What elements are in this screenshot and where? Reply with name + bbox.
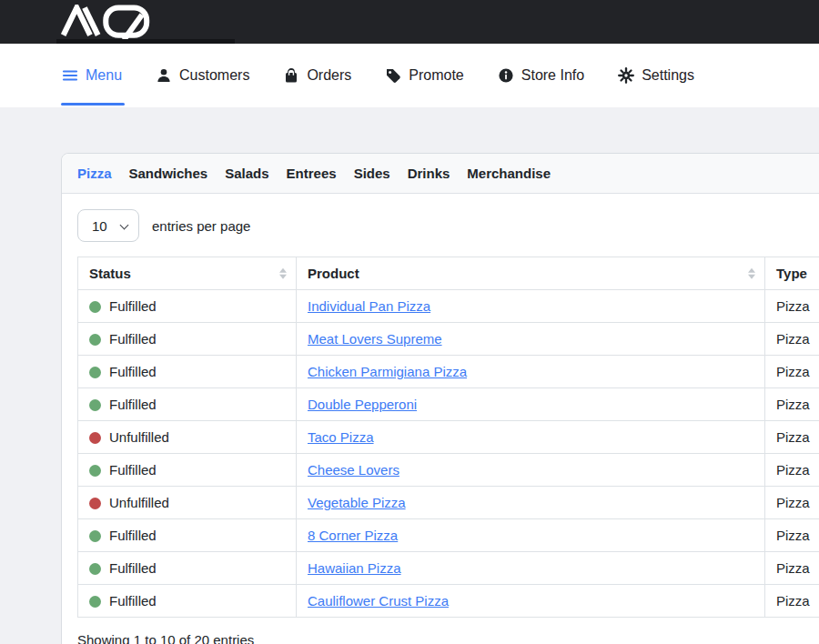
status-dot-icon (89, 530, 101, 542)
category-tab-sides[interactable]: Sides (354, 166, 390, 181)
type-cell: Pizza (765, 323, 819, 356)
category-tab-salads[interactable]: Salads (225, 166, 268, 181)
top-brand-bar (0, 0, 819, 44)
table-row: Fulfilled 8 Corner Pizza Pizza (78, 519, 819, 552)
nav-item-promote[interactable]: Promote (385, 44, 463, 107)
table-summary: Showing 1 to 10 of 20 entries (77, 632, 819, 644)
product-cell: Taco Pizza (297, 421, 765, 454)
product-cell: Double Pepperoni (297, 388, 765, 421)
category-tab-merchandise[interactable]: Merchandise (467, 166, 551, 181)
type-cell: Pizza (765, 388, 819, 421)
product-link[interactable]: Taco Pizza (308, 429, 374, 445)
person-icon (156, 67, 172, 84)
status-cell: Fulfilled (78, 388, 297, 421)
status-cell: Unfulfilled (78, 421, 297, 454)
table-header-row: Status Product Type (78, 257, 819, 290)
status-cell: Fulfilled (78, 552, 297, 585)
table-row: Fulfilled Meat Lovers Supreme Pizza (78, 323, 819, 356)
column-header-status[interactable]: Status (78, 257, 297, 290)
category-tab-drinks[interactable]: Drinks (408, 166, 450, 181)
active-tab-underline (61, 103, 125, 106)
nav-item-store-info[interactable]: Store Info (498, 44, 584, 107)
product-link[interactable]: Individual Pan Pizza (308, 298, 430, 314)
nav-label: Settings (642, 67, 694, 84)
hamburger-icon (62, 67, 78, 84)
table-row: Fulfilled Double Pepperoni Pizza (78, 388, 819, 421)
nav-label: Orders (307, 67, 351, 84)
gear-icon (618, 67, 634, 84)
sort-arrows-icon (748, 267, 755, 279)
card-body: 10 entries per page Status (62, 194, 819, 644)
status-dot-icon (89, 563, 101, 575)
table-row: Unfulfilled Taco Pizza Pizza (78, 421, 819, 454)
status-dot-icon (89, 432, 101, 444)
sort-arrows-icon (279, 267, 287, 279)
column-header-product[interactable]: Product (297, 257, 765, 290)
nav-item-menu[interactable]: Menu (62, 44, 122, 107)
type-cell: Pizza (765, 290, 819, 323)
status-dot-icon (89, 301, 101, 313)
status-cell: Fulfilled (78, 323, 297, 356)
menu-card: Pizza Sandwiches Salads Entrees Sides Dr… (61, 153, 819, 644)
product-link[interactable]: 8 Corner Pizza (308, 528, 398, 543)
product-cell: Vegetable Pizza (297, 487, 765, 519)
type-cell: Pizza (765, 356, 819, 388)
nav-item-settings[interactable]: Settings (618, 44, 694, 107)
table-row: Fulfilled Cheese Lovers Pizza (78, 454, 819, 487)
table-row: Fulfilled Hawaiian Pizza Pizza (78, 552, 819, 585)
status-cell: Fulfilled (78, 356, 297, 388)
product-cell: Meat Lovers Supreme (297, 323, 765, 356)
type-cell: Pizza (765, 421, 819, 454)
page-size-select[interactable]: 10 (78, 210, 138, 241)
type-cell: Pizza (765, 519, 819, 552)
category-tab-sandwiches[interactable]: Sandwiches (129, 166, 208, 181)
category-tab-entrees[interactable]: Entrees (287, 166, 337, 181)
product-link[interactable]: Double Pepperoni (308, 397, 417, 412)
product-cell: Chicken Parmigiana Pizza (297, 356, 765, 388)
page-size-select-wrap: 10 (77, 209, 139, 242)
status-cell: Fulfilled (78, 585, 297, 618)
product-cell: Cauliflower Crust Pizza (297, 585, 765, 618)
nav-label: Customers (179, 67, 249, 84)
product-link[interactable]: Meat Lovers Supreme (308, 331, 442, 347)
entries-per-page-row: 10 entries per page (77, 209, 819, 242)
status-cell: Fulfilled (78, 454, 297, 487)
status-dot-icon (89, 465, 101, 477)
product-link[interactable]: Cauliflower Crust Pizza (308, 593, 449, 609)
column-header-type[interactable]: Type (765, 257, 819, 290)
status-cell: Fulfilled (78, 290, 297, 323)
nav-label: Menu (86, 67, 122, 84)
type-cell: Pizza (765, 585, 819, 618)
tag-icon (385, 67, 401, 84)
category-tabs: Pizza Sandwiches Salads Entrees Sides Dr… (62, 154, 819, 194)
products-table: Status Product Type (77, 257, 819, 618)
product-cell: Individual Pan Pizza (297, 290, 765, 323)
product-link[interactable]: Chicken Parmigiana Pizza (308, 364, 467, 379)
status-dot-icon (89, 334, 101, 346)
status-cell: Fulfilled (78, 519, 297, 552)
product-link[interactable]: Cheese Lovers (308, 462, 399, 478)
status-cell: Unfulfilled (78, 487, 297, 519)
product-cell: Hawaiian Pizza (297, 552, 765, 585)
entries-per-page-label: entries per page (152, 218, 250, 234)
table-row: Fulfilled Cauliflower Crust Pizza Pizza (78, 585, 819, 618)
nav-label: Promote (409, 67, 463, 84)
nav-item-orders[interactable]: Orders (283, 44, 351, 107)
status-dot-icon (89, 498, 101, 509)
app-window: Menu Customers Orders P (0, 0, 819, 644)
type-cell: Pizza (765, 552, 819, 585)
product-link[interactable]: Vegetable Pizza (308, 495, 406, 510)
product-cell: Cheese Lovers (297, 454, 765, 487)
product-link[interactable]: Hawaiian Pizza (308, 560, 401, 576)
table-row: Unfulfilled Vegetable Pizza Pizza (78, 487, 819, 519)
product-cell: 8 Corner Pizza (297, 519, 765, 552)
status-dot-icon (89, 367, 101, 378)
table-row: Fulfilled Chicken Parmigiana Pizza Pizza (78, 356, 819, 388)
nav-label: Store Info (521, 67, 584, 84)
bag-icon (283, 67, 299, 84)
table-row: Fulfilled Individual Pan Pizza Pizza (78, 290, 819, 323)
nav-item-customers[interactable]: Customers (156, 44, 249, 107)
main-nav: Menu Customers Orders P (0, 44, 819, 107)
category-tab-pizza[interactable]: Pizza (77, 166, 112, 181)
type-cell: Pizza (765, 454, 819, 487)
